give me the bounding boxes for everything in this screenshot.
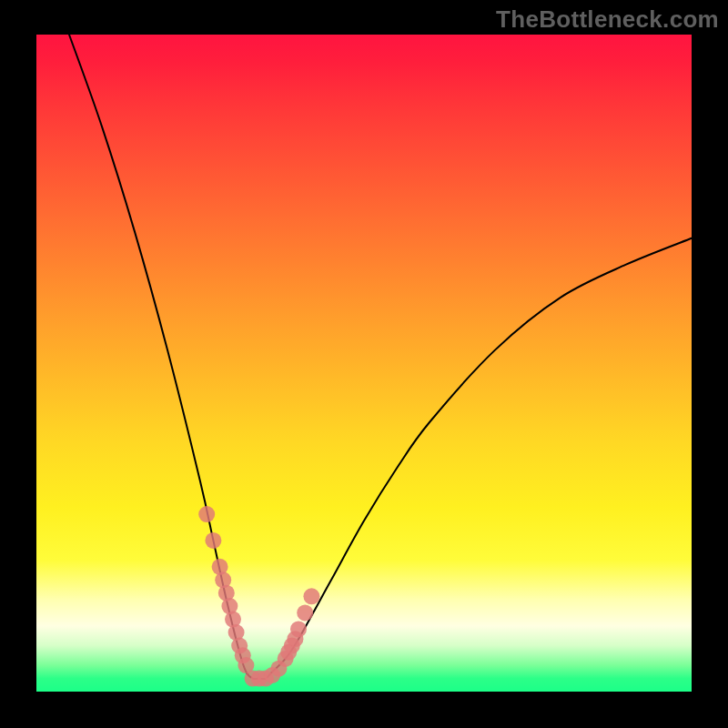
highlight-dot (205, 532, 221, 549)
highlight-dot (290, 621, 307, 637)
bottleneck-curve (69, 35, 692, 679)
highlight-dot (303, 588, 319, 604)
plot-area (36, 35, 692, 692)
curve-svg (36, 35, 692, 692)
chart-stage: TheBottleneck.com (0, 0, 728, 728)
watermark-text: TheBottleneck.com (496, 5, 719, 34)
highlight-dots-group (198, 506, 319, 687)
highlight-dot (297, 604, 313, 621)
highlight-dot (198, 506, 215, 522)
